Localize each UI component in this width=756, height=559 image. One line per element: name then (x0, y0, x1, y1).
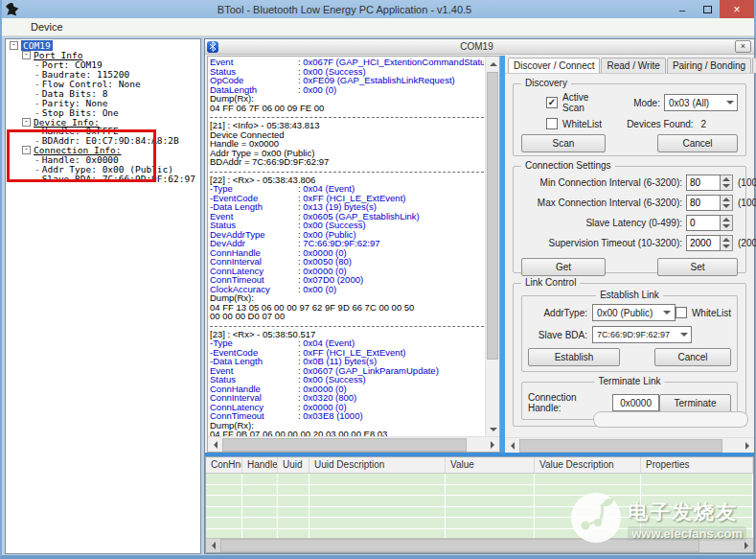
com19-title: COM19 (218, 41, 735, 52)
scroll-up-icon[interactable] (486, 57, 500, 71)
control-panel: Discover / ConnectRead / WritePairing / … (505, 56, 754, 453)
tree-expander-icon[interactable]: - (22, 51, 31, 59)
mode-label: Mode: (633, 98, 660, 108)
max-connection-interval-value[interactable]: 80 (686, 195, 721, 211)
table-row[interactable] (206, 474, 753, 485)
tree-expander-icon[interactable]: - (22, 146, 31, 154)
active-scan-label: Active Scan (562, 92, 603, 113)
min-connection-interval-value[interactable]: 80 (686, 175, 721, 191)
max-connection-interval-unit: (100.00ms) (738, 198, 756, 208)
addr-type-dropdown[interactable]: 0x00 (Public) (592, 304, 676, 321)
tree-expander-icon[interactable]: - (22, 118, 31, 127)
column-header-handle[interactable]: Handle (242, 457, 278, 473)
establish-link-group: Establish Link AddrType: 0x00 (Public) W… (521, 295, 738, 372)
link-control-title: Link Control (521, 277, 580, 288)
watermark-brand: 电子发烧友 (628, 499, 746, 525)
log-area[interactable]: Event: 0x067F (GAP_HCI_ExtentionCommandS… (207, 56, 500, 453)
log-line: 04 FF 0B 07 06 00 00 00 20 03 00 00 E8 0… (210, 430, 484, 436)
connection-handle-input[interactable]: 0x0000 (612, 394, 659, 411)
discovery-whitelist-checkbox[interactable] (546, 118, 558, 129)
terminate-button[interactable]: Terminate (659, 394, 731, 412)
progress-bar (593, 411, 748, 428)
scan-button[interactable]: Scan (521, 134, 606, 152)
mode-dropdown[interactable]: 0x03 (All) (664, 94, 738, 111)
supervision-timeout-label: Supervision Timeout (10-3200): (521, 238, 682, 248)
panel-horizontal-scrollbar[interactable] (505, 437, 754, 453)
bluetooth-icon (207, 41, 218, 53)
scroll-left-icon[interactable] (505, 438, 519, 453)
column-header-value-description[interactable]: Value Description (535, 457, 641, 473)
tree-item-slave-bda[interactable]: Slave BDA: 7C:66:9D:9F:62:97 (42, 174, 195, 184)
establish-button[interactable]: Establish (528, 348, 620, 366)
slave-latency-stepper[interactable]: 0 (686, 215, 733, 231)
link-control-group: Link Control Establish Link AddrType: 0x… (513, 283, 746, 427)
column-header-conhnd[interactable]: ConHnd (206, 457, 242, 473)
mode-value: 0x03 (All) (665, 98, 722, 108)
column-header-properties[interactable]: Properties (641, 457, 753, 473)
supervision-timeout-stepper[interactable]: 2000 (686, 235, 733, 251)
scroll-right-icon[interactable] (740, 438, 754, 453)
watermark-logo-icon (570, 492, 622, 547)
spinner-arrows-icon[interactable] (721, 215, 733, 231)
close-button[interactable]: × (720, 0, 754, 18)
panel-hscroll-thumb[interactable] (519, 439, 722, 453)
max-connection-interval-label: Max Connection Interval (6-3200): (521, 198, 682, 208)
slave-bda-label: Slave BDA: (528, 330, 587, 340)
active-scan-checkbox[interactable] (546, 97, 558, 108)
addr-type-label: AddrType: (528, 308, 587, 318)
column-header-uuid[interactable]: Uuid (278, 457, 309, 473)
discovery-cancel-button[interactable]: Cancel (657, 134, 738, 152)
min-connection-interval-row: Min Connection Interval (6-3200):80(100.… (521, 175, 738, 191)
devices-found-value: 2 (701, 119, 707, 129)
spinner-arrows-icon[interactable] (721, 175, 733, 191)
log-vscroll-thumb[interactable] (487, 72, 498, 360)
com19-window: COM19 × Event: 0x067F (GAP_HCI_Extention… (204, 38, 755, 554)
chevron-down-icon (660, 311, 675, 314)
column-header-uuid-description[interactable]: Uuid Description (309, 457, 446, 473)
scroll-right-icon[interactable] (485, 437, 499, 452)
link-whitelist-checkbox[interactable] (676, 307, 687, 318)
get-button[interactable]: Get (521, 258, 606, 276)
watermark: 电子发烧友 www.elecfans.com (570, 492, 746, 547)
log-vertical-scrollbar[interactable] (485, 57, 499, 436)
link-whitelist-label: WhiteList (692, 308, 731, 318)
log-hscroll-thumb[interactable] (222, 438, 467, 452)
spinner-arrows-icon[interactable] (721, 195, 733, 211)
scroll-left-icon[interactable] (208, 437, 222, 452)
com19-close-button[interactable]: × (735, 40, 751, 53)
supervision-timeout-value[interactable]: 2000 (686, 235, 721, 251)
minimize-button[interactable]: – (670, 0, 695, 18)
title-bar[interactable]: BTool - Bluetooth Low Energy PC Applicat… (2, 0, 754, 18)
min-connection-interval-stepper[interactable]: 80 (686, 175, 733, 191)
slave-latency-row: Slave Latency (0-499):0 (521, 215, 738, 231)
maximize-button[interactable] (695, 0, 720, 18)
tab-read-write[interactable]: Read / Write (601, 58, 665, 73)
scroll-left-icon[interactable] (206, 539, 220, 553)
tab-discover-connect[interactable]: Discover / Connect (508, 58, 600, 74)
log-content: Event: 0x067F (GAP_HCI_ExtentionCommandS… (210, 58, 484, 436)
max-connection-interval-stepper[interactable]: 80 (686, 195, 733, 211)
watermark-url: www.elecfans.com (628, 526, 746, 541)
com19-title-bar[interactable]: COM19 × (205, 39, 754, 55)
menu-bar: Device (2, 18, 754, 36)
log-horizontal-scrollbar[interactable] (208, 436, 499, 452)
tab-adv-commands[interactable]: Adv Commands (752, 58, 756, 73)
log-line: BDAddr = 7C:66:9D:9F:62:97 (210, 157, 484, 167)
log-line: 04 FF 06 7F 06 00 09 FE 00 (210, 104, 484, 113)
establish-link-title: Establish Link (596, 290, 663, 300)
discovery-group-title: Discovery (521, 78, 571, 88)
set-button[interactable]: Set (657, 258, 738, 276)
spinner-arrows-icon[interactable] (721, 235, 733, 251)
column-header-value[interactable]: Value (446, 457, 535, 473)
device-tree-panel[interactable]: -COM19-Port Info-Port: COM19-Baudrate: 1… (5, 38, 201, 554)
max-connection-interval-row: Max Connection Interval (6-3200):80(100.… (521, 195, 738, 211)
menu-device[interactable]: Device (23, 21, 71, 33)
connection-settings-rows: Min Connection Interval (6-3200):80(100.… (521, 175, 738, 251)
discovery-group: Discovery Active Scan Mode: 0x03 (All) W… (513, 83, 746, 156)
slave-bda-dropdown[interactable]: 7C:66:9D:9F:62:97 (592, 326, 692, 343)
establish-cancel-button[interactable]: Cancel (654, 348, 731, 366)
tab-pairing-bonding[interactable]: Pairing / Bonding (667, 58, 751, 73)
scroll-down-icon[interactable] (486, 422, 500, 436)
slave-latency-value[interactable]: 0 (686, 215, 721, 231)
tree-expander-icon[interactable]: - (10, 41, 18, 50)
